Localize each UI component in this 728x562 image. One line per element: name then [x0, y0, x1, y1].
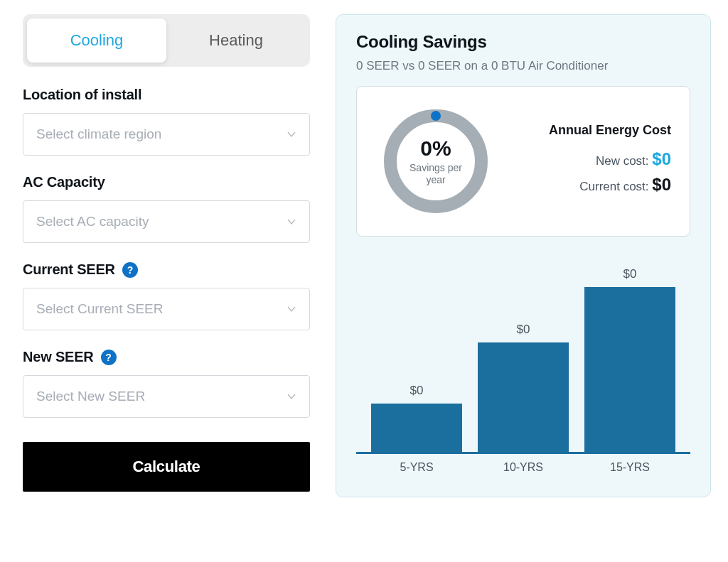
location-label: Location of install — [23, 87, 310, 103]
capacity-select[interactable]: Select AC capacity — [23, 200, 310, 243]
new-cost-row: New cost: $0 — [516, 149, 671, 169]
bar-value-1: $0 — [517, 323, 530, 337]
results-title: Cooling Savings — [356, 32, 690, 52]
results-panel: Cooling Savings 0 SEER vs 0 SEER on a 0 … — [336, 14, 711, 497]
bar-value-0: $0 — [410, 384, 424, 398]
new-cost-label: New cost: — [596, 154, 649, 168]
capacity-label-text: AC Capacity — [23, 174, 105, 190]
chart-xlabels: 5-YRS 10-YRS 15-YRS — [356, 454, 690, 474]
bar-1 — [478, 342, 569, 452]
new-seer-label: New SEER ? — [23, 349, 310, 365]
new-cost-value: $0 — [652, 149, 671, 168]
calculate-button[interactable]: Calculate — [23, 442, 310, 492]
new-seer-group: New SEER ? Select New SEER — [23, 349, 310, 418]
dial-sub-line2: year — [426, 174, 445, 185]
current-seer-placeholder: Select Current SEER — [36, 301, 163, 317]
bar-value-2: $0 — [623, 267, 637, 281]
current-cost-row: Current cost: $0 — [516, 175, 671, 195]
bar-col-2: $0 — [577, 267, 683, 452]
tab-heating[interactable]: Heating — [166, 18, 306, 63]
bar-col-0: $0 — [363, 384, 470, 452]
xlabel-0: 5-YRS — [363, 461, 470, 474]
current-cost-label: Current cost: — [579, 180, 648, 193]
info-icon[interactable]: ? — [101, 350, 117, 365]
chart-bars: $0 $0 $0 — [356, 269, 690, 454]
location-group: Location of install Select climate regio… — [23, 87, 310, 156]
dial-sub-line1: Savings per — [410, 162, 462, 173]
chevron-down-icon — [287, 304, 296, 314]
capacity-group: AC Capacity Select AC capacity — [23, 174, 310, 243]
cost-title: Annual Energy Cost — [516, 123, 671, 138]
location-select[interactable]: Select climate region — [23, 113, 310, 156]
info-icon[interactable]: ? — [122, 262, 138, 278]
bar-2 — [584, 287, 675, 452]
savings-bar-chart: $0 $0 $0 5-YRS 10-YRS 15-YRS — [356, 269, 690, 474]
chevron-down-icon — [287, 217, 296, 227]
current-seer-label-text: Current SEER — [23, 261, 115, 278]
current-seer-select[interactable]: Select Current SEER — [23, 288, 310, 330]
dial-sub: Savings per year — [410, 162, 462, 186]
xlabel-1: 10-YRS — [470, 461, 577, 474]
current-seer-group: Current SEER ? Select Current SEER — [23, 261, 310, 330]
form-column: Cooling Heating Location of install Sele… — [23, 14, 310, 492]
new-seer-select[interactable]: Select New SEER — [23, 375, 310, 418]
capacity-placeholder: Select AC capacity — [36, 214, 149, 229]
xlabel-2: 15-YRS — [577, 461, 683, 474]
bar-0 — [371, 404, 462, 452]
new-seer-placeholder: Select New SEER — [36, 389, 145, 404]
current-cost-value: $0 — [652, 175, 671, 194]
savings-dial: 0% Savings per year — [375, 101, 496, 222]
capacity-label: AC Capacity — [23, 174, 310, 190]
chevron-down-icon — [287, 391, 296, 401]
bar-col-1: $0 — [470, 323, 577, 452]
location-placeholder: Select climate region — [36, 126, 161, 142]
results-subtitle: 0 SEER vs 0 SEER on a 0 BTU Air Conditio… — [356, 59, 690, 73]
new-seer-label-text: New SEER — [23, 349, 94, 365]
summary-card: 0% Savings per year Annual Energy Cost N… — [356, 86, 690, 237]
location-label-text: Location of install — [23, 87, 141, 103]
dial-percent: 0% — [420, 136, 451, 161]
tab-cooling[interactable]: Cooling — [27, 18, 166, 63]
current-seer-label: Current SEER ? — [23, 261, 310, 278]
chevron-down-icon — [287, 129, 296, 139]
mode-tabs: Cooling Heating — [23, 14, 310, 67]
cost-block: Annual Energy Cost New cost: $0 Current … — [516, 123, 671, 200]
